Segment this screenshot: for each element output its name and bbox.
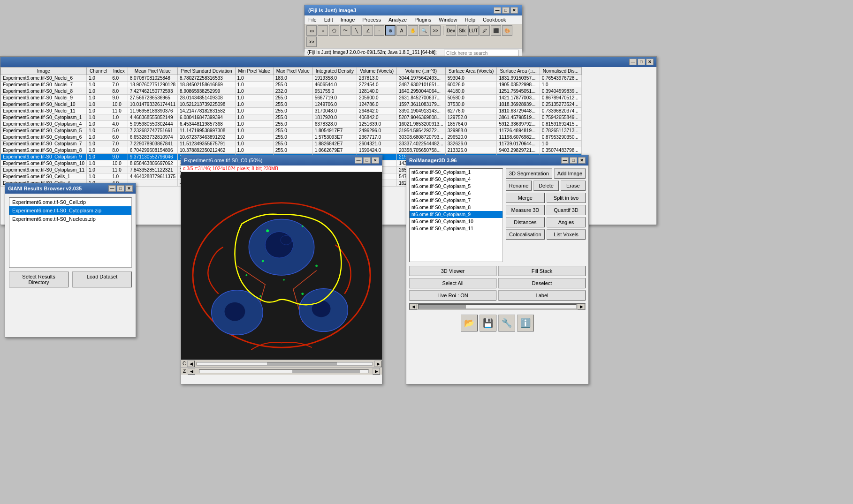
table-row[interactable]: Experiment6.ome.tif-S0_Nuclei_81.08.07.4… bbox=[1, 88, 582, 95]
imagej-minimize-btn[interactable]: — bbox=[494, 7, 501, 14]
imagej-maximize-btn[interactable]: □ bbox=[502, 7, 510, 14]
menu-analyze[interactable]: Analyze bbox=[387, 16, 409, 23]
z-left-btn[interactable]: ◀ bbox=[188, 368, 195, 375]
btn-select-all[interactable]: Select All bbox=[409, 278, 496, 288]
table-row[interactable]: Experiment6.ome.tif-S0_Cytoplasm_61.06.0… bbox=[1, 134, 582, 141]
table-maximize-btn[interactable]: □ bbox=[638, 59, 645, 65]
btn-fill-stack[interactable]: Fill Stack bbox=[498, 266, 586, 276]
tool-angle[interactable]: ∠ bbox=[363, 25, 373, 36]
menu-window[interactable]: Window bbox=[437, 16, 459, 23]
micro-minimize-btn[interactable]: — bbox=[355, 157, 362, 164]
tool-lut[interactable]: LUT bbox=[468, 25, 479, 36]
c-right-btn[interactable]: ▶ bbox=[374, 361, 382, 367]
micro-scrollbar-horizontal[interactable]: C ◀ ▶ bbox=[181, 360, 382, 367]
btn-merge[interactable]: Merge bbox=[506, 193, 545, 203]
roi-list-item[interactable]: nt6.ome.tif-S0_Cytoplasm_7 bbox=[410, 197, 503, 204]
roi-list-item[interactable]: nt6.ome.tif-S0_Cytoplasm_9 bbox=[410, 211, 503, 218]
tool-wand[interactable]: ⊛ bbox=[385, 25, 396, 36]
table-row[interactable]: Experiment6.ome.tif-S0_Cytoplasm_41.04.0… bbox=[1, 121, 582, 128]
btn-deselect[interactable]: Deselect bbox=[498, 278, 586, 288]
menu-file[interactable]: File bbox=[306, 16, 319, 23]
btn-3d-viewer[interactable]: 3D Viewer bbox=[409, 266, 496, 276]
tool-line[interactable]: ╲ bbox=[351, 25, 362, 36]
roi-list-item[interactable]: nt6.ome.tif-S0_Cytoplasm_10 bbox=[410, 218, 503, 225]
c-left-btn[interactable]: ◀ bbox=[187, 361, 195, 367]
tool-poly[interactable]: ⬠ bbox=[329, 25, 339, 36]
col-channel[interactable]: Channel bbox=[86, 68, 110, 75]
menu-process[interactable]: Process bbox=[360, 16, 383, 23]
table-row[interactable]: Experiment6.ome.tif-S0_Nuclei_111.011.01… bbox=[1, 108, 582, 114]
col-vol-vox[interactable]: Volume (Voxels) bbox=[357, 68, 396, 75]
roi-scrollbar[interactable]: ◀ ▶ bbox=[409, 303, 586, 310]
roi-info-icon[interactable]: ℹ️ bbox=[517, 315, 534, 331]
roi-scroll-left[interactable]: ◀ bbox=[410, 304, 417, 309]
roi-list-item[interactable]: nt6.ome.tif-S0_Cytoplasm_5 bbox=[410, 183, 503, 190]
tool-text[interactable]: A bbox=[396, 25, 407, 36]
microscopy-canvas[interactable] bbox=[181, 172, 382, 360]
btn-colocalisation[interactable]: Colocalisation bbox=[506, 229, 545, 240]
btn-live-roi[interactable]: Live Roi : ON bbox=[409, 290, 496, 301]
giani-file-item[interactable]: Experiment6.ome.tif-S0_Nucleus.zip bbox=[9, 215, 131, 223]
micro-maximize-btn[interactable]: □ bbox=[363, 157, 371, 164]
tool-extra[interactable]: >> bbox=[430, 25, 441, 36]
giani-close-btn[interactable]: ✕ bbox=[125, 185, 133, 192]
giani-maximize-btn[interactable]: □ bbox=[117, 185, 124, 192]
menu-edit[interactable]: Edit bbox=[322, 16, 335, 23]
giani-file-item[interactable]: Experiment6.ome.tif-S0_Cell.zip bbox=[9, 198, 131, 206]
col-mean[interactable]: Mean Pixel Value bbox=[128, 68, 177, 75]
tool-oval[interactable]: ○ bbox=[318, 25, 328, 36]
roi-minimize-btn[interactable]: — bbox=[561, 157, 569, 164]
btn-split-in-two[interactable]: Split in two bbox=[547, 193, 586, 203]
table-close-btn[interactable]: ✕ bbox=[646, 59, 654, 65]
table-row[interactable]: Experiment6.ome.tif-S0_Nuclei_91.09.027.… bbox=[1, 95, 582, 101]
select-dir-btn[interactable]: Select Results Directory bbox=[9, 271, 69, 287]
roi-list-item[interactable]: nt6.ome.tif-S0_Cytoplasm_11 bbox=[410, 225, 503, 232]
roi-open-icon[interactable]: 📂 bbox=[461, 315, 478, 331]
roi-scroll-right[interactable]: ▶ bbox=[578, 304, 585, 309]
roi-list-item[interactable]: nt6.ome.tif-S0_Cytoplasm_8 bbox=[410, 204, 503, 211]
col-sa-vox[interactable]: Surface Area (Voxels) bbox=[445, 68, 497, 75]
tool-stk[interactable]: Stk bbox=[457, 25, 467, 36]
btn-3d-segmentation[interactable]: 3D Segmentation bbox=[506, 168, 552, 179]
menu-help[interactable]: Help bbox=[463, 16, 477, 23]
tool-zoom[interactable]: 🔍 bbox=[419, 25, 429, 36]
roi-close-btn[interactable]: ✕ bbox=[578, 157, 586, 164]
col-vol-um[interactable]: Volume (□m^3) bbox=[397, 68, 446, 75]
btn-quantif-3d[interactable]: Quantif 3D bbox=[547, 205, 586, 215]
table-minimize-btn[interactable]: — bbox=[629, 59, 637, 65]
roi-list-item[interactable]: nt6.ome.tif-S0_Cytoplasm_4 bbox=[410, 176, 503, 183]
tool-freehand[interactable]: 〜 bbox=[340, 25, 350, 36]
z-right-btn[interactable]: ▶ bbox=[373, 368, 380, 375]
col-density[interactable]: Integrated Density bbox=[312, 68, 357, 75]
btn-list-voxels[interactable]: List Voxels bbox=[547, 229, 586, 240]
micro-scrollbar-z[interactable]: Z ◀ ▶ bbox=[181, 367, 382, 375]
z-scrollbar-track[interactable] bbox=[199, 369, 369, 373]
col-norm[interactable]: Normalised Dis... bbox=[540, 68, 581, 75]
table-row[interactable]: Experiment6.ome.tif-S0_Cytoplasm_11.01.0… bbox=[1, 114, 582, 121]
col-sa-um[interactable]: Surface Area (□... bbox=[497, 68, 540, 75]
roi-save-icon[interactable]: 💾 bbox=[480, 315, 496, 331]
menu-image[interactable]: Image bbox=[339, 16, 357, 23]
roi-list-item[interactable]: nt6.ome.tif-S0_Cytoplasm_6 bbox=[410, 190, 503, 197]
tool-color[interactable]: 🎨 bbox=[502, 25, 512, 36]
col-max[interactable]: Max Pixel Value bbox=[273, 68, 312, 75]
imagej-search-input[interactable] bbox=[444, 50, 519, 57]
btn-angles[interactable]: Angles bbox=[547, 217, 586, 227]
table-row[interactable]: Experiment6.ome.tif-S0_Nuclei_61.06.08.0… bbox=[1, 75, 582, 82]
giani-file-list[interactable]: Experiment6.ome.tif-S0_Cell.zipExperimen… bbox=[9, 197, 132, 268]
table-row[interactable]: Experiment6.ome.tif-S0_Cytoplasm_51.05.0… bbox=[1, 128, 582, 134]
table-row[interactable]: Experiment6.ome.tif-S0_Nuclei_71.07.018.… bbox=[1, 82, 582, 88]
btn-add-image[interactable]: Add Image bbox=[554, 168, 586, 179]
load-dataset-btn[interactable]: Load Dataset bbox=[72, 271, 132, 287]
tool-dev[interactable]: Dev bbox=[446, 25, 456, 36]
menu-cookbook[interactable]: Cookbook bbox=[481, 16, 508, 23]
col-image[interactable]: Image bbox=[1, 68, 87, 75]
btn-label[interactable]: Label bbox=[498, 290, 586, 301]
tool-pen[interactable]: 🖊 bbox=[480, 25, 490, 36]
menu-plugins[interactable]: Plugins bbox=[412, 16, 433, 23]
tool-point[interactable]: · bbox=[374, 25, 384, 36]
roi-list[interactable]: nt6.ome.tif-S0_Cytoplasm_1nt6.ome.tif-S0… bbox=[409, 168, 503, 262]
tool-fill[interactable]: ⬛ bbox=[491, 25, 501, 36]
table-row[interactable]: Experiment6.ome.tif-S0_Nuclei_101.010.01… bbox=[1, 101, 582, 108]
c-scrollbar-track[interactable] bbox=[197, 362, 373, 366]
